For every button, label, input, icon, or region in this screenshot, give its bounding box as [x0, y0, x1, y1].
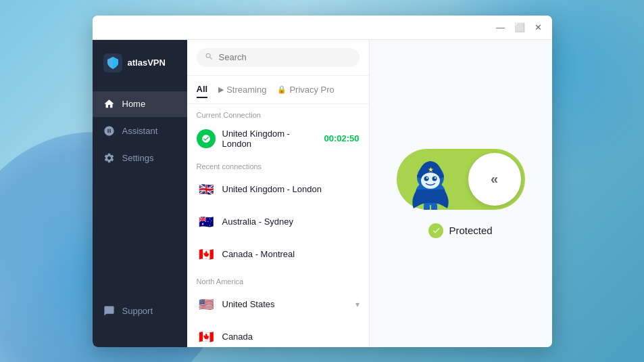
svg-point-6 — [432, 176, 437, 181]
sidebar-bottom: Support — [93, 289, 187, 334]
sidebar-item-assistant-label: Assistant — [122, 126, 158, 136]
connected-icon — [197, 129, 216, 148]
current-connection-item[interactable]: United Kingdom - London 00:02:50 — [187, 122, 369, 156]
home-icon — [103, 98, 116, 110]
flag-ca: 🇨🇦 — [197, 245, 216, 264]
server-name-au-sydney: Australia - Sydney — [222, 217, 360, 227]
sidebar-item-settings-label: Settings — [122, 153, 154, 163]
current-server-name: United Kingdom - London — [222, 129, 318, 149]
sidebar: atlasVPN Home — [93, 40, 187, 347]
vpn-status: Protected — [428, 223, 492, 238]
minimize-button[interactable]: — — [495, 22, 506, 32]
vpn-status-text: Protected — [449, 225, 492, 236]
recent-connections-label: Recent connections — [187, 156, 369, 173]
sidebar-logo: atlasVPN — [93, 53, 187, 91]
app-body: atlasVPN Home — [93, 40, 552, 347]
title-bar-controls: — ⬜ ✕ — [495, 22, 544, 32]
tab-streaming[interactable]: ▶ Streaming — [218, 82, 266, 97]
logo-icon — [103, 53, 122, 72]
svg-point-7 — [426, 177, 427, 178]
mascot-icon: ★ — [403, 142, 457, 210]
expand-icon: ▾ — [355, 300, 360, 309]
current-connection-label: Current Connection — [187, 104, 369, 122]
title-bar: — ⬜ ✕ — [93, 16, 552, 40]
svg-point-5 — [424, 176, 428, 181]
sidebar-item-support[interactable]: Support — [103, 300, 176, 323]
svg-point-8 — [434, 177, 435, 178]
sidebar-item-home[interactable]: Home — [93, 91, 187, 117]
search-bar — [187, 40, 369, 76]
privacy-pro-icon: 🔒 — [277, 85, 287, 94]
vpn-panel: ★ « — [370, 40, 552, 347]
support-icon — [103, 305, 116, 317]
vpn-toggle-thumb[interactable]: « — [468, 153, 521, 206]
app-window: — ⬜ ✕ atlasVPN — [93, 16, 552, 347]
streaming-icon: ▶ — [218, 85, 224, 94]
server-panel: All ▶ Streaming 🔒 Privacy Pro Current Co… — [187, 40, 370, 347]
settings-icon — [103, 152, 116, 164]
flag-us: 🇺🇸 — [197, 295, 216, 314]
server-name-uk-london: United Kingdom - London — [222, 184, 360, 194]
search-input-wrap[interactable] — [197, 48, 360, 67]
tab-privacy-pro[interactable]: 🔒 Privacy Pro — [277, 82, 334, 97]
server-list: Current Connection United Kingdom - Lond… — [187, 104, 369, 347]
search-input[interactable] — [219, 52, 351, 62]
svg-point-13 — [430, 209, 439, 210]
svg-point-4 — [421, 173, 440, 189]
search-icon — [205, 52, 214, 63]
svg-rect-11 — [431, 203, 437, 210]
server-name-ca-montreal: Canada - Montreal — [222, 249, 360, 259]
svg-rect-10 — [424, 203, 430, 210]
sidebar-item-settings[interactable]: Settings — [93, 145, 187, 171]
sidebar-nav: Home Assistant — [93, 91, 187, 289]
tab-all[interactable]: All — [197, 81, 208, 98]
list-item[interactable]: 🇨🇦 Canada - Montreal — [187, 238, 369, 271]
svg-text:★: ★ — [428, 166, 434, 173]
assistant-icon — [103, 125, 116, 137]
chevron-icon: « — [491, 171, 498, 187]
main-panel: All ▶ Streaming 🔒 Privacy Pro Current Co… — [187, 40, 552, 347]
flag-ca-2: 🇨🇦 — [197, 327, 216, 346]
list-item[interactable]: 🇦🇺 Australia - Sydney — [187, 206, 369, 238]
vpn-toggle-wrap[interactable]: ★ « — [397, 149, 525, 210]
sidebar-item-support-label: Support — [122, 306, 153, 316]
region-label-north-america: North America — [187, 271, 369, 288]
logo-text: atlasVPN — [128, 58, 166, 68]
sidebar-item-assistant[interactable]: Assistant — [93, 118, 187, 144]
server-name-ca: Canada — [222, 332, 360, 342]
sidebar-item-home-label: Home — [122, 99, 146, 109]
vpn-toggle-track[interactable]: ★ « — [397, 149, 525, 210]
svg-point-12 — [422, 209, 431, 210]
server-name-us: United States — [222, 299, 349, 309]
filter-tabs: All ▶ Streaming 🔒 Privacy Pro — [187, 76, 369, 104]
status-check-icon — [428, 223, 443, 238]
flag-uk: 🇬🇧 — [197, 180, 216, 199]
list-item[interactable]: 🇺🇸 United States ▾ — [187, 288, 369, 321]
connection-timer: 00:02:50 — [324, 133, 359, 143]
list-item[interactable]: 🇨🇦 Canada — [187, 321, 369, 347]
list-item[interactable]: 🇬🇧 United Kingdom - London — [187, 173, 369, 206]
close-button[interactable]: ✕ — [533, 22, 544, 32]
maximize-button[interactable]: ⬜ — [514, 22, 525, 32]
flag-au: 🇦🇺 — [197, 212, 216, 231]
